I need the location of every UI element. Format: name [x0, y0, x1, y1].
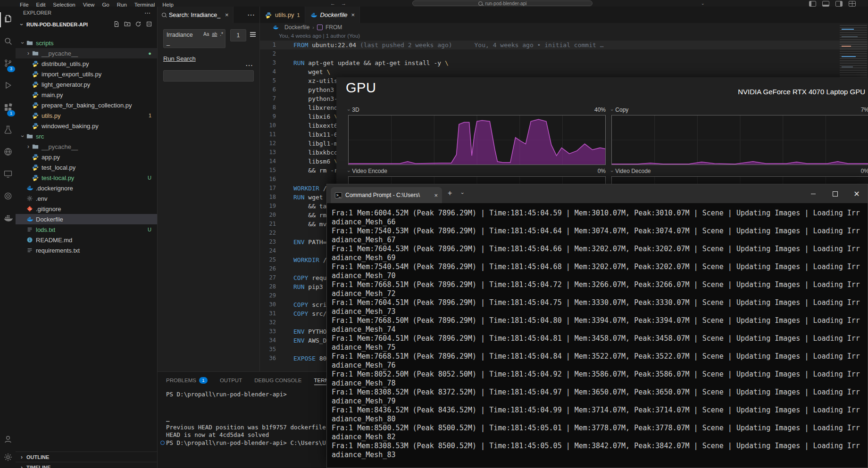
- close-icon[interactable]: ×: [225, 11, 229, 18]
- timeline-label: TIMELINE: [26, 465, 50, 468]
- tree-item-.env[interactable]: .env: [16, 193, 157, 204]
- menu-run[interactable]: Run: [113, 1, 131, 8]
- refresh-icon[interactable]: [135, 21, 142, 28]
- search-query-input[interactable]: Irradiance_ Aa ab .*: [163, 29, 225, 48]
- tree-item-utils.py[interactable]: utils.py1: [16, 110, 157, 121]
- activity-explorer[interactable]: [0, 10, 16, 29]
- close-icon[interactable]: ×: [434, 192, 438, 199]
- tree-item-.dockerignore[interactable]: .dockerignore: [16, 183, 157, 193]
- panel-tab-output[interactable]: OUTPUT: [220, 375, 242, 385]
- tree-item-requirements.txt[interactable]: requirements.txt: [16, 245, 157, 255]
- tab-dropdown-icon[interactable]: ›: [460, 192, 466, 194]
- collapse-all-icon[interactable]: [146, 21, 152, 28]
- command-center-chevron-icon[interactable]: ⌄: [701, 0, 705, 7]
- chart-label-copy[interactable]: ›Copy: [611, 107, 628, 113]
- panel-tab-debug-console[interactable]: DEBUG CONSOLE: [254, 375, 301, 385]
- toggle-search-details-icon[interactable]: ⋯: [245, 61, 253, 70]
- activity-run-and-debug[interactable]: [0, 77, 16, 96]
- close-icon[interactable]: ×: [351, 11, 355, 18]
- command-center-text: run-pod-blender-api: [485, 1, 527, 6]
- menu-edit[interactable]: Edit: [33, 1, 50, 8]
- menu-help[interactable]: Help: [159, 1, 177, 8]
- activity-accounts[interactable]: [0, 431, 16, 449]
- new-file-icon[interactable]: [113, 21, 120, 28]
- close-window-button[interactable]: ✕: [846, 184, 868, 203]
- tab-utils-py[interactable]: utils.py 1: [260, 7, 305, 23]
- tree-item-prepare_for_baking_collection.py[interactable]: prepare_for_baking_collection.py: [16, 100, 157, 110]
- menu-selection[interactable]: Selection: [49, 1, 79, 8]
- tree-item-.gitignore[interactable]: .gitignore: [16, 204, 157, 214]
- maximize-button[interactable]: [824, 184, 846, 203]
- minimap[interactable]: [840, 25, 867, 82]
- editor-actions-more-icon[interactable]: ⋯: [247, 10, 259, 19]
- log-line: Fra:1 Mem:8308.52M (Peak 8372.52M) | Tim…: [332, 388, 867, 397]
- log-line: adiance_Mesh_82: [332, 433, 867, 442]
- tree-item-main.py[interactable]: main.py: [16, 90, 157, 100]
- menu-go[interactable]: Go: [98, 1, 113, 8]
- tree-item-__pycache__[interactable]: ›__pycache__●: [16, 48, 157, 58]
- minimize-button[interactable]: [802, 184, 824, 203]
- chart-label-video-decode[interactable]: ›Video Decode: [611, 168, 651, 174]
- menu-view[interactable]: View: [79, 1, 99, 8]
- new-folder-icon[interactable]: [124, 21, 131, 28]
- regex-toggle[interactable]: .*: [219, 32, 224, 37]
- toggle-secondary-sidebar-icon[interactable]: [835, 1, 843, 7]
- activity-testing[interactable]: [0, 121, 16, 140]
- timeline-section[interactable]: › TIMELINE: [16, 462, 157, 468]
- toggle-primary-sidebar-icon[interactable]: [809, 1, 816, 7]
- tree-item-README.md[interactable]: README.md: [16, 235, 157, 245]
- activity-remote-explorer[interactable]: [0, 165, 16, 184]
- tree-item-app.py[interactable]: app.py: [16, 152, 157, 162]
- chart-label-3d[interactable]: ›3D: [348, 107, 359, 113]
- tree-item-windowed_baking.py[interactable]: windowed_baking.py: [16, 121, 157, 131]
- menu-terminal[interactable]: Terminal: [131, 1, 159, 8]
- outline-section[interactable]: › OUTLINE: [16, 452, 157, 462]
- tree-item-import_export_utils.py[interactable]: import_export_utils.py: [16, 69, 157, 79]
- activity-source-control[interactable]: 3: [0, 55, 16, 74]
- gitlens-blame-header[interactable]: You, 4 weeks ago | 1 author (You): [260, 32, 868, 41]
- context-lines-icon[interactable]: [250, 32, 256, 37]
- breadcrumb[interactable]: Dockerfile › FROM: [260, 23, 868, 32]
- explorer-more-icon[interactable]: ⋯: [144, 9, 150, 16]
- command-decoration-icon[interactable]: [160, 441, 165, 445]
- tree-item-scripts[interactable]: ›scripts: [16, 38, 157, 48]
- activity-live-share[interactable]: [0, 143, 16, 162]
- run-search-button[interactable]: Run Search: [163, 55, 196, 62]
- nav-forward-icon[interactable]: →: [338, 0, 349, 6]
- activity-extensions[interactable]: 1: [0, 99, 16, 118]
- files-to-include-input[interactable]: [163, 70, 254, 82]
- tree-item-light_generator.py[interactable]: light_generator.py: [16, 79, 157, 90]
- context-lines-input[interactable]: 1: [230, 29, 246, 41]
- breadcrumb-file[interactable]: Dockerfile: [284, 24, 309, 31]
- project-section-header[interactable]: › RUN-POD-BLENDER-API: [16, 19, 157, 30]
- activity-search[interactable]: [0, 33, 16, 51]
- breadcrumb-symbol[interactable]: FROM: [326, 24, 342, 31]
- new-tab-icon[interactable]: +: [448, 189, 452, 197]
- line-number: 13: [260, 148, 276, 157]
- nav-back-icon[interactable]: ←: [327, 0, 338, 6]
- file-label: distribute_utils.py: [42, 60, 89, 67]
- tree-item-test-local.py[interactable]: test-local.pyU: [16, 172, 157, 183]
- panel-tab-problems[interactable]: PROBLEMS1: [166, 375, 208, 385]
- tree-item-lods.txt[interactable]: lods.txtU: [16, 224, 157, 235]
- customize-layout-icon[interactable]: [849, 1, 856, 7]
- match-case-toggle[interactable]: Aa: [203, 32, 209, 37]
- tab-dockerfile[interactable]: Dockerfile ×: [305, 7, 360, 23]
- command-center-search[interactable]: run-pod-blender-api: [412, 0, 593, 6]
- terminal-tab[interactable]: >_ Command Prompt - C:\Users\ ×: [331, 187, 442, 203]
- whole-word-toggle[interactable]: ab: [211, 32, 217, 37]
- tree-item-src[interactable]: ›src: [16, 131, 157, 141]
- tree-item-distribute_utils.py[interactable]: distribute_utils.py: [16, 58, 157, 69]
- toggle-panel-icon[interactable]: [822, 1, 829, 7]
- terminal-titlebar[interactable]: >_ Command Prompt - C:\Users\ × + › ✕: [327, 184, 868, 203]
- tree-item-__pycache__[interactable]: ›__pycache__: [16, 141, 157, 152]
- activity-manage-settings[interactable]: [0, 449, 16, 467]
- tree-item-test_local.py[interactable]: test_local.py: [16, 162, 157, 172]
- activity-jupyter[interactable]: [0, 188, 16, 206]
- file-label: prepare_for_baking_collection.py: [42, 102, 132, 109]
- chart-label-video-encode[interactable]: ›Video Encode: [348, 168, 387, 174]
- tree-item-Dockerfile[interactable]: Dockerfile: [16, 214, 157, 224]
- activity-docker[interactable]: [0, 210, 16, 229]
- menu-file[interactable]: File: [16, 1, 33, 8]
- tab-search-editor[interactable]: Search: Irradiance_ ×: [158, 7, 234, 23]
